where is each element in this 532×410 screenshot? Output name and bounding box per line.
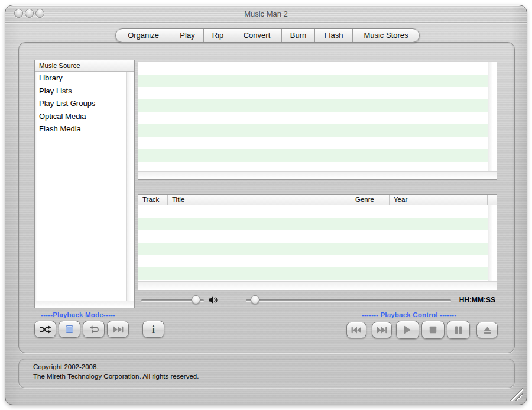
volume-slider[interactable] bbox=[141, 295, 204, 305]
music-source-items: Library Play Lists Play List Groups Opti… bbox=[35, 72, 126, 301]
header-divider bbox=[126, 60, 126, 72]
content-list bbox=[138, 62, 497, 180]
next-icon bbox=[377, 327, 387, 334]
mode-stop-button[interactable] bbox=[59, 321, 80, 338]
tab-rip[interactable]: Rip bbox=[204, 29, 232, 42]
pause-button[interactable] bbox=[447, 321, 470, 339]
music-source-header: Music Source bbox=[35, 60, 134, 72]
content-list-vertical-scrollbar[interactable] bbox=[488, 62, 497, 171]
time-display: HH:MM:SS bbox=[424, 295, 495, 305]
previous-icon bbox=[351, 327, 362, 334]
sidebar-vertical-scrollbar[interactable] bbox=[126, 72, 134, 301]
tab-organize[interactable]: Organize bbox=[116, 29, 171, 42]
playback-mode-label: -----Playback Mode----- bbox=[28, 311, 128, 318]
speaker-icon bbox=[208, 296, 219, 304]
sidebar-item-optical-media[interactable]: Optical Media bbox=[35, 110, 126, 123]
tab-convert[interactable]: Convert bbox=[232, 29, 282, 42]
window-title: Music Man 2 bbox=[5, 5, 527, 23]
mode-skip-button[interactable] bbox=[107, 321, 129, 338]
title-bar[interactable]: Music Man 2 bbox=[5, 5, 527, 23]
track-table-header: Track Title Genre Year bbox=[138, 195, 497, 205]
tab-play[interactable]: Play bbox=[171, 29, 204, 42]
sidebar-item-play-lists[interactable]: Play Lists bbox=[35, 85, 126, 98]
next-button[interactable] bbox=[372, 322, 392, 338]
stop-blue-icon bbox=[66, 325, 73, 333]
play-button[interactable] bbox=[396, 321, 419, 339]
skip-next-icon bbox=[113, 326, 124, 333]
sidebar-item-library[interactable]: Library bbox=[35, 72, 126, 85]
tab-music-stores[interactable]: Music Stores bbox=[353, 29, 419, 42]
column-header-title[interactable]: Title bbox=[168, 195, 351, 205]
seek-slider[interactable] bbox=[246, 295, 451, 305]
shuffle-button[interactable] bbox=[34, 321, 56, 338]
content-list-horizontal-scrollbar[interactable] bbox=[138, 171, 497, 179]
info-icon: i bbox=[152, 324, 155, 335]
seek-slider-thumb[interactable] bbox=[251, 295, 259, 304]
resize-grip[interactable] bbox=[510, 388, 523, 401]
repeat-button[interactable] bbox=[83, 321, 105, 338]
play-icon bbox=[404, 325, 411, 334]
track-table-vertical-scrollbar[interactable] bbox=[488, 205, 497, 281]
info-button[interactable]: i bbox=[142, 321, 164, 338]
track-table-horizontal-scrollbar[interactable] bbox=[138, 281, 497, 290]
seek-slider-track[interactable] bbox=[246, 299, 451, 301]
pause-icon bbox=[455, 326, 462, 334]
repeat-icon bbox=[88, 325, 100, 334]
playback-control-label: ------- Playback Control ------- bbox=[340, 311, 478, 318]
eject-icon bbox=[483, 327, 492, 334]
volume-slider-thumb[interactable] bbox=[192, 295, 200, 304]
sidebar-horizontal-scrollbar[interactable] bbox=[35, 301, 134, 308]
tab-bar: Organize Play Rip Convert Burn Flash Mus… bbox=[115, 28, 420, 43]
previous-button[interactable] bbox=[346, 322, 366, 338]
column-header-spacer bbox=[488, 195, 497, 205]
app-window: Music Man 2 Organize Play Rip Convert Bu… bbox=[5, 5, 527, 405]
shuffle-icon bbox=[39, 325, 51, 334]
copyright-line1: Copyright 2002-2008. bbox=[33, 363, 99, 370]
content-list-rows[interactable] bbox=[138, 62, 497, 171]
tab-burn[interactable]: Burn bbox=[282, 29, 315, 42]
sidebar-item-play-list-groups[interactable]: Play List Groups bbox=[35, 97, 126, 110]
sidebar-item-flash-media[interactable]: Flash Media bbox=[35, 122, 126, 135]
stop-button[interactable] bbox=[421, 321, 445, 339]
copyright-box: Copyright 2002-2008. The Mireth Technolo… bbox=[18, 359, 515, 388]
tab-flash[interactable]: Flash bbox=[315, 29, 353, 42]
column-header-year[interactable]: Year bbox=[390, 195, 488, 205]
track-table-rows[interactable] bbox=[138, 205, 497, 281]
music-source-list: Music Source Library Play Lists Play Lis… bbox=[34, 60, 135, 308]
track-table: Track Title Genre Year bbox=[138, 194, 497, 290]
column-header-genre[interactable]: Genre bbox=[351, 195, 390, 205]
copyright-line2: The Mireth Technology Corporation. All r… bbox=[33, 373, 199, 380]
stop-icon bbox=[429, 326, 437, 334]
column-header-track[interactable]: Track bbox=[138, 195, 168, 205]
eject-button[interactable] bbox=[476, 322, 498, 338]
